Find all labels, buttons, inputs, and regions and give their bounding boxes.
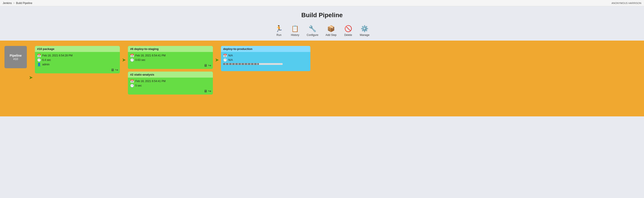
stage-deploy-staging-date: Feb 18, 2021 6:54:41 PM — [135, 54, 166, 57]
stage-deploy-staging-duration-row: 🕐 0.63 sec — [130, 58, 211, 62]
toolbar-add-step[interactable]: 📦 Add Step — [326, 24, 336, 37]
stage-deploy-production-duration-row: 🕐 N/A — [223, 58, 308, 62]
arrow-1: ➤ — [27, 75, 35, 81]
user-icon-package: 👤 — [37, 63, 41, 66]
stage-package-header: #10 package — [35, 46, 120, 52]
stage-deploy-staging-duration: 0.63 sec — [135, 58, 145, 62]
clock-icon-production: 🕐 — [223, 58, 227, 62]
stage-static-analysis[interactable]: #2 static-analysis 📅 Feb 18, 2021 6:54:4… — [128, 72, 213, 95]
configure-label: Configure — [307, 33, 318, 37]
history-icon: 📋 — [291, 24, 300, 33]
pipeline-start-num: #10 — [13, 57, 18, 61]
stage-package[interactable]: #10 package 📅 Feb 18, 2021 6:54:28 PM 🕐 … — [35, 46, 120, 73]
toolbar-delete[interactable]: 🚫 Delete — [344, 24, 353, 37]
progress-bar-fill — [223, 63, 259, 65]
progress-bar-wrap — [223, 63, 283, 65]
arrow-right-icon-3: ➤ — [215, 57, 219, 63]
stage-static-analysis-header: #2 static-analysis — [128, 72, 213, 78]
calendar-icon-production: 📅 — [223, 54, 227, 57]
stage-package-duration-row: 🕐 6.4 sec — [37, 58, 118, 62]
col-staging: #6 deploy-to-staging 📅 Feb 18, 2021 6:54… — [128, 46, 213, 95]
delete-icon: 🚫 — [344, 24, 353, 33]
page-title: Build Pipeline — [0, 11, 644, 19]
page-header: Build Pipeline — [0, 6, 644, 22]
toolbar-configure[interactable]: 🔧 Configure — [307, 24, 318, 37]
clock-icon-static: 🕐 — [130, 84, 134, 88]
run-icon-staging[interactable]: ↪ — [208, 63, 211, 68]
top-nav: Jenkins > Build Pipeline ANONYMOUS HARRI… — [0, 0, 644, 6]
card-actions-staging: 🖥 ↪ — [204, 63, 211, 68]
breadcrumb-jenkins[interactable]: Jenkins — [3, 1, 12, 5]
user-info: ANONYMOUS HARRISON — [612, 2, 641, 4]
col-package: #10 package 📅 Feb 18, 2021 6:54:28 PM 🕐 … — [35, 46, 120, 73]
stage-deploy-staging-body: 📅 Feb 18, 2021 6:54:41 PM 🕐 0.63 sec — [128, 52, 213, 69]
history-label: History — [291, 33, 299, 37]
stage-deploy-production-header: deploy-to-production — [221, 46, 310, 52]
run-icon-package[interactable]: ↪ — [115, 68, 118, 72]
stage-package-date-row: 📅 Feb 18, 2021 6:54:28 PM — [37, 54, 118, 57]
manage-icon: ⚙️ — [360, 24, 369, 33]
arrow-right-icon-1: ➤ — [29, 75, 33, 81]
stage-package-user: admin — [42, 63, 50, 66]
arrow-right-icon-2: ➤ — [122, 57, 126, 63]
delete-label: Delete — [344, 33, 352, 37]
toolbar-history[interactable]: 📋 History — [291, 24, 300, 37]
pipeline-start: Pipeline #10 — [4, 46, 27, 68]
calendar-icon: 📅 — [37, 54, 41, 57]
stage-static-analysis-duration: 5 sec — [135, 84, 142, 87]
configure-icon: 🔧 — [308, 24, 317, 33]
run-label: Run — [276, 33, 282, 37]
breadcrumb-build-pipeline[interactable]: Build Pipeline — [16, 1, 32, 5]
run-icon: 🏃 — [274, 24, 284, 33]
stage-deploy-production[interactable]: deploy-to-production 📅 N/A 🕐 N/A — [221, 46, 310, 71]
stage-deploy-staging[interactable]: #6 deploy-to-staging 📅 Feb 18, 2021 6:54… — [128, 46, 213, 69]
stage-deploy-production-duration: N/A — [228, 58, 233, 62]
stage-deploy-production-date: N/A — [228, 54, 233, 57]
log-icon-staging[interactable]: 🖥 — [204, 64, 207, 68]
arrow-3: ➤ — [213, 46, 221, 63]
clock-icon-staging: 🕐 — [130, 58, 134, 62]
col-production: deploy-to-production 📅 N/A 🕐 N/A — [221, 46, 310, 71]
add-step-icon: 📦 — [326, 24, 336, 33]
stage-static-analysis-duration-row: 🕐 5 sec — [130, 84, 211, 88]
toolbar-run[interactable]: 🏃 Run — [274, 24, 284, 37]
run-icon-static[interactable]: ↪ — [208, 89, 211, 93]
stage-static-analysis-body: 📅 Feb 18, 2021 6:54:41 PM 🕐 5 sec — [128, 78, 213, 95]
toolbar: 🏃 Run 📋 History 🔧 Configure 📦 Add Step 🚫… — [0, 22, 644, 41]
log-icon-static[interactable]: 🖥 — [204, 89, 207, 93]
stage-package-user-row: 👤 admin — [37, 63, 118, 66]
calendar-icon-staging: 📅 — [130, 54, 134, 57]
stage-package-duration: 6.4 sec — [42, 58, 51, 62]
calendar-icon-static: 📅 — [130, 79, 134, 83]
stage-deploy-staging-date-row: 📅 Feb 18, 2021 6:54:41 PM — [130, 54, 211, 57]
breadcrumb-sep1: > — [13, 1, 15, 5]
card-actions-static: 🖥 ↪ — [204, 89, 211, 93]
manage-label: Manage — [360, 33, 370, 37]
toolbar-manage[interactable]: ⚙️ Manage — [360, 24, 370, 37]
stage-deploy-production-body: 📅 N/A 🕐 N/A — [221, 52, 310, 71]
clock-icon-package: 🕐 — [37, 58, 41, 62]
stage-deploy-staging-header: #6 deploy-to-staging — [128, 46, 213, 52]
stage-package-body: 📅 Feb 18, 2021 6:54:28 PM 🕐 6.4 sec 👤 ad… — [35, 52, 120, 73]
pipeline-start-label: Pipeline — [10, 54, 22, 57]
stage-deploy-production-date-row: 📅 N/A — [223, 54, 308, 57]
pipeline-canvas: Pipeline #10 ➤ #10 package 📅 Feb 18, 202… — [0, 41, 644, 116]
log-icon-package[interactable]: 🖥 — [111, 68, 114, 72]
stage-static-analysis-date-row: 📅 Feb 18, 2021 6:54:41 PM — [130, 79, 211, 83]
card-actions-package: 🖥 ↪ — [111, 68, 118, 72]
stage-package-date: Feb 18, 2021 6:54:28 PM — [42, 54, 72, 57]
add-step-label: Add Step — [326, 33, 336, 37]
stage-static-analysis-date: Feb 18, 2021 6:54:41 PM — [135, 80, 166, 83]
arrow-2: ➤ — [120, 46, 128, 63]
